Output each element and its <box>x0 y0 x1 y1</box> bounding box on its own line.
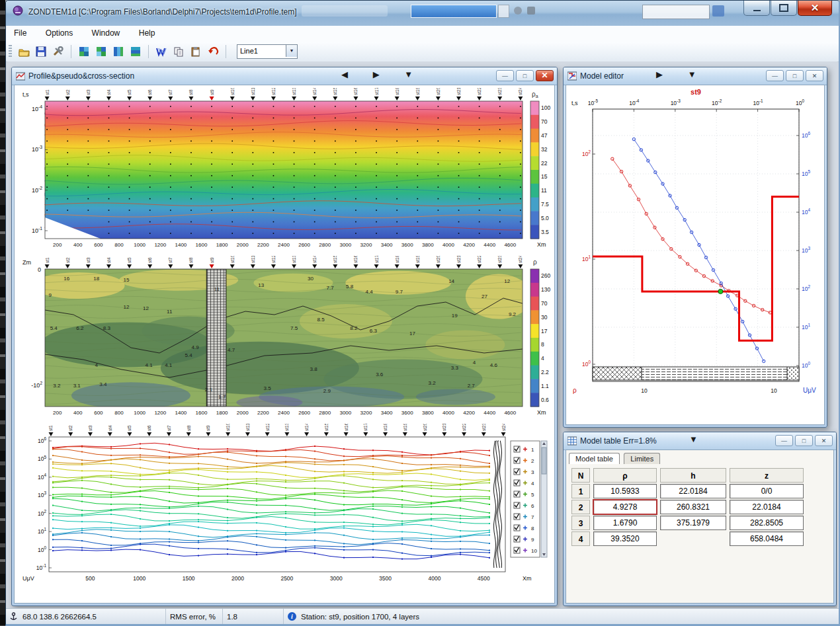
svg-text:5.4: 5.4 <box>185 352 193 358</box>
table-cell-rho-4[interactable]: 39.3520 <box>593 531 657 546</box>
pseudosection-view-icon[interactable] <box>76 44 92 59</box>
pseudosection-plot[interactable]: st1st2st3st4st5st6st7st8st9st10st11st12s… <box>17 88 554 254</box>
chevron-down-icon[interactable]: ▼ <box>286 45 297 57</box>
minimize-button[interactable] <box>743 1 770 16</box>
profile-window-titlebar[interactable]: Profile&pseudo&cross-section ◀ ▶ ▼ — □ ✕ <box>12 67 557 85</box>
svg-text:4400: 4400 <box>483 242 495 248</box>
svg-text:1: 1 <box>531 447 534 453</box>
table-cell-z-1[interactable]: 0/0 <box>730 484 804 498</box>
svg-text:4: 4 <box>473 360 476 366</box>
svg-text:st19: st19 <box>415 88 420 95</box>
model-node[interactable] <box>718 289 723 293</box>
paste-icon[interactable] <box>188 44 204 59</box>
minimize-icon <box>753 10 761 11</box>
svg-text:4500: 4500 <box>478 575 490 582</box>
background-window-artifact <box>527 7 535 15</box>
station-markers[interactable]: st1st2st3st4st5st6st7st8st9st10st11st12s… <box>45 256 523 268</box>
model-table-titlebar[interactable]: Model table Err=1.8% ▼ — □ ✕ <box>564 432 836 450</box>
tab-model-table[interactable]: Model table <box>569 453 620 464</box>
next-station-button[interactable]: ▶ <box>373 69 380 79</box>
station-markers[interactable]: st1st2st3st4st5st6st7st8st9st10st11st12s… <box>45 88 523 100</box>
table-minimize-button[interactable]: — <box>775 435 793 446</box>
status-rms-label: RMS error, % <box>166 609 223 624</box>
menu-help[interactable]: Help <box>131 26 163 38</box>
toolbar-grip[interactable] <box>9 45 12 58</box>
save-icon[interactable] <box>33 44 49 59</box>
table-cell-rho-2-selected[interactable]: 4.9278 <box>593 500 657 514</box>
model-staircase[interactable] <box>593 196 799 340</box>
undo-icon[interactable] <box>205 44 221 59</box>
table-cell-h-2[interactable]: 260.8321 <box>660 500 726 514</box>
svg-text:106: 106 <box>38 436 46 444</box>
table-cell-h-3[interactable]: 375.1979 <box>660 516 726 530</box>
maximize-button[interactable] <box>771 1 797 16</box>
svg-text:st24: st24 <box>501 424 506 431</box>
station-dropdown-button[interactable]: ▼ <box>404 69 413 79</box>
table-maximize-button[interactable]: □ <box>795 435 813 446</box>
table-cell-z-3[interactable]: 282.8505 <box>730 516 804 530</box>
menu-options[interactable]: Options <box>38 26 81 38</box>
toolbar-separator <box>226 45 226 58</box>
svg-text:3600: 3600 <box>401 242 413 248</box>
editor-maximize-button[interactable]: □ <box>786 70 804 81</box>
svg-text:st22: st22 <box>477 256 482 263</box>
curve-legend[interactable]: 12345678910 <box>511 441 540 557</box>
menu-file[interactable]: File <box>6 26 34 38</box>
table-cell-rho-1[interactable]: 10.5933 <box>593 484 657 498</box>
column-header-h: h <box>660 468 726 483</box>
svg-text:st12: st12 <box>271 256 276 263</box>
svg-text:st1: st1 <box>45 257 50 263</box>
svg-text:27: 27 <box>482 293 487 299</box>
screen: ZONDTEM1d [C:\Program Files\Borland\Delp… <box>0 0 840 626</box>
svg-text:600: 600 <box>94 242 103 248</box>
svg-text:4: 4 <box>541 355 544 362</box>
profile-view-icon[interactable] <box>110 44 126 59</box>
profile-close-button[interactable]: ✕ <box>536 70 554 81</box>
close-button[interactable]: ✕ <box>798 1 832 16</box>
svg-text:4.9: 4.9 <box>192 344 200 350</box>
wavelet-icon[interactable] <box>153 44 169 59</box>
cross-section-view-icon[interactable] <box>93 44 109 59</box>
table-dropdown-button[interactable]: ▼ <box>689 434 698 444</box>
next-model-button[interactable]: ▶ <box>656 69 663 79</box>
editor-minimize-button[interactable]: — <box>766 70 784 81</box>
line-selector[interactable]: Line1 ▼ <box>237 44 298 59</box>
table-close-button[interactable]: ✕ <box>815 435 833 446</box>
menu-window[interactable]: Window <box>84 26 128 38</box>
table-cell-z-4[interactable]: 658.0484 <box>730 531 804 546</box>
open-file-icon[interactable] <box>16 44 32 59</box>
svg-text:3.5: 3.5 <box>264 385 272 391</box>
station-markers[interactable]: st1st2st3st4st5st6st7st8st9st10st11st12s… <box>48 424 505 436</box>
cross-section-plot[interactable]: 161815912111113307.75.84.49.71412279.219… <box>17 256 554 422</box>
svg-text:100: 100 <box>802 361 810 369</box>
title-bar[interactable]: ZONDTEM1d [C:\Program Files\Borland\Delp… <box>6 1 839 26</box>
prev-station-button[interactable]: ◀ <box>341 69 348 79</box>
svg-text:10-1: 10-1 <box>753 98 763 106</box>
svg-text:3.3: 3.3 <box>451 365 459 371</box>
copy-icon[interactable] <box>171 44 187 59</box>
settings-icon[interactable] <box>50 44 66 59</box>
profile-minimize-button[interactable]: — <box>496 70 514 81</box>
svg-text:2600: 2600 <box>298 242 310 248</box>
svg-text:7: 7 <box>531 514 534 520</box>
svg-text:9.2: 9.2 <box>509 311 517 317</box>
tab-limites[interactable]: Limites <box>624 453 660 464</box>
model-dropdown-button[interactable]: ▼ <box>688 69 696 79</box>
svg-text:4: 4 <box>95 362 99 368</box>
model-view-icon[interactable] <box>128 44 144 59</box>
profile-maximize-button[interactable]: □ <box>516 70 534 81</box>
station-curves-plot[interactable]: st1st2st3st4st5st6st7st8st9st10st11st12s… <box>17 424 554 600</box>
svg-text:4: 4 <box>531 481 534 487</box>
svg-text:st19: st19 <box>403 424 407 431</box>
table-cell-h-1[interactable]: 22.0184 <box>660 484 726 498</box>
menu-bar: File Options Window Help <box>6 26 839 42</box>
editor-close-button[interactable]: ✕ <box>806 70 823 81</box>
svg-text:-102: -102 <box>31 381 42 389</box>
table-cell-rho-3[interactable]: 1.6790 <box>593 516 657 530</box>
svg-text:st14: st14 <box>304 424 309 431</box>
model-editor-titlebar[interactable]: Model editor ▶ ▼ — □ ✕ <box>564 67 827 85</box>
model-editor-plot[interactable]: st9t,s10-510-410-310-210-110010210110010… <box>566 85 825 424</box>
table-cell-z-2[interactable]: 22.0184 <box>730 500 804 514</box>
svg-text:st17: st17 <box>374 88 379 95</box>
svg-text:2000: 2000 <box>237 242 249 248</box>
